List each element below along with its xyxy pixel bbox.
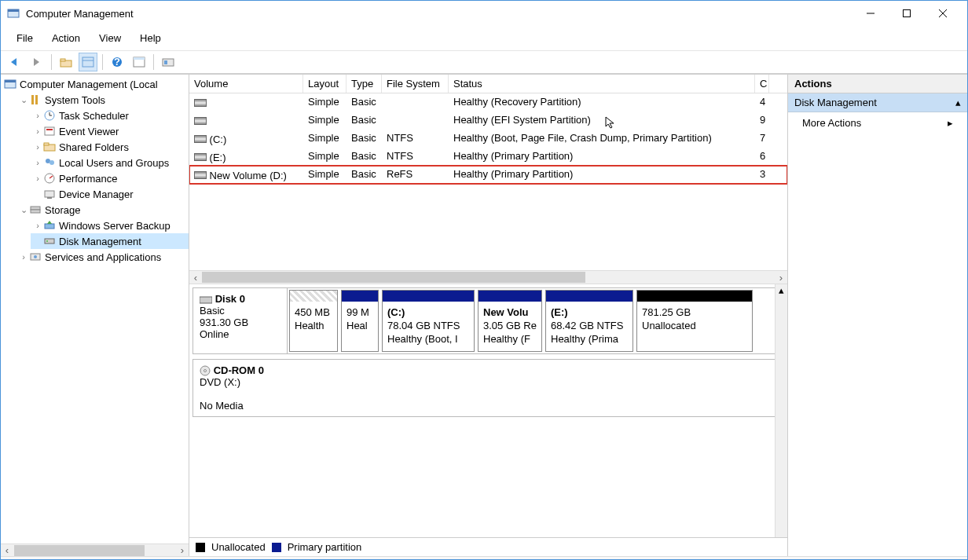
partition-unallocated[interactable]: 781.25 GBUnallocated bbox=[636, 290, 753, 352]
close-button[interactable] bbox=[925, 1, 961, 26]
partition-recovery[interactable]: 450 MBHealth bbox=[289, 290, 338, 352]
volume-row[interactable]: SimpleBasicHealthy (EFI System Partition… bbox=[189, 112, 787, 130]
svg-rect-32 bbox=[47, 197, 52, 199]
menu-action[interactable]: Action bbox=[44, 29, 88, 47]
svg-text:?: ? bbox=[114, 57, 120, 68]
svg-rect-23 bbox=[45, 127, 54, 135]
volume-horizontal-scrollbar[interactable]: ‹› bbox=[189, 270, 787, 284]
tree-device-manager[interactable]: Device Manager bbox=[31, 186, 189, 202]
svg-rect-26 bbox=[44, 143, 49, 145]
svg-rect-3 bbox=[904, 10, 911, 17]
cdrom-0-row[interactable]: CD-ROM 0 DVD (X:) No Media bbox=[192, 359, 784, 418]
svg-point-39 bbox=[34, 255, 37, 258]
svg-rect-7 bbox=[60, 59, 65, 61]
actions-section-disk-management[interactable]: Disk Management▴ bbox=[788, 93, 967, 112]
menu-help[interactable]: Help bbox=[132, 29, 169, 47]
tree-wsb[interactable]: ›Windows Server Backup bbox=[31, 218, 189, 233]
tree-services-apps[interactable]: ›Services and Applications bbox=[16, 249, 189, 265]
volume-row[interactable]: (E:)SimpleBasicNTFSHealthy (Primary Part… bbox=[189, 148, 787, 166]
legend: Unallocated Primary partition bbox=[189, 537, 787, 556]
svg-point-37 bbox=[46, 240, 48, 242]
actions-header: Actions bbox=[788, 75, 967, 93]
chevron-right-icon: ▸ bbox=[948, 117, 953, 129]
forward-button[interactable] bbox=[28, 53, 46, 71]
partition-e[interactable]: (E:)68.42 GB NTFSHealthy (Prima bbox=[545, 290, 633, 352]
volume-row[interactable]: New Volume (D:)SimpleBasicReFSHealthy (P… bbox=[189, 166, 787, 184]
app-icon bbox=[7, 7, 20, 20]
collapse-icon: ▴ bbox=[955, 97, 961, 108]
disk-0-name: Disk 0 bbox=[215, 293, 245, 305]
svg-rect-33 bbox=[31, 207, 40, 210]
refresh-button[interactable] bbox=[159, 53, 178, 71]
cdrom-name: CD-ROM 0 bbox=[214, 364, 264, 376]
up-button[interactable] bbox=[57, 53, 75, 71]
disk-0-row[interactable]: Disk 0 Basic 931.30 GB Online 450 MBHeal… bbox=[192, 287, 784, 354]
svg-point-42 bbox=[204, 370, 207, 372]
properties-button[interactable] bbox=[130, 53, 148, 71]
svg-rect-40 bbox=[200, 297, 212, 303]
tree-disk-management[interactable]: Disk Management bbox=[31, 233, 189, 249]
window-title: Computer Management bbox=[26, 8, 852, 20]
partition-c[interactable]: (C:)78.04 GB NTFSHealthy (Boot, I bbox=[382, 290, 475, 352]
svg-rect-1 bbox=[8, 9, 19, 12]
svg-rect-24 bbox=[46, 129, 53, 130]
svg-rect-8 bbox=[82, 57, 94, 67]
tree-storage[interactable]: ⌄Storage bbox=[16, 202, 189, 218]
svg-rect-31 bbox=[45, 191, 54, 197]
svg-rect-19 bbox=[35, 95, 38, 104]
svg-rect-13 bbox=[134, 57, 145, 60]
tree-performance[interactable]: ›Performance bbox=[31, 170, 189, 186]
menu-file[interactable]: File bbox=[9, 29, 41, 47]
help-button[interactable]: ? bbox=[108, 53, 126, 71]
tree-horizontal-scrollbar[interactable]: ‹› bbox=[1, 544, 189, 556]
tree-root[interactable]: Computer Management (Local bbox=[2, 76, 189, 92]
svg-rect-18 bbox=[31, 95, 34, 104]
cdrom-icon bbox=[200, 365, 211, 376]
partition-efi[interactable]: 99 MHeal bbox=[341, 290, 379, 352]
volume-table-header[interactable]: Volume Layout Type File System Status C bbox=[189, 75, 787, 93]
maximize-button[interactable] bbox=[889, 1, 925, 26]
svg-rect-36 bbox=[45, 239, 54, 243]
tree-shared-folders[interactable]: ›Shared Folders bbox=[31, 139, 189, 155]
volume-row[interactable]: SimpleBasicHealthy (Recovery Partition)4 bbox=[189, 93, 787, 112]
graphical-vertical-scrollbar[interactable]: ▴ bbox=[775, 284, 787, 537]
svg-rect-34 bbox=[31, 210, 40, 213]
tree-local-users[interactable]: ›Local Users and Groups bbox=[31, 155, 189, 170]
disk-icon bbox=[200, 295, 212, 305]
svg-point-28 bbox=[50, 160, 54, 165]
partition-d-new-volume[interactable]: New Volu3.05 GB ReHealthy (F bbox=[478, 290, 542, 352]
volume-row[interactable]: (C:)SimpleBasicNTFSHealthy (Boot, Page F… bbox=[189, 130, 787, 148]
minimize-button[interactable] bbox=[852, 1, 889, 26]
tree-event-viewer[interactable]: ›Event Viewer bbox=[31, 123, 189, 139]
svg-rect-35 bbox=[45, 224, 54, 229]
actions-more-actions[interactable]: More Actions▸ bbox=[788, 112, 967, 134]
view-list-button[interactable] bbox=[79, 53, 97, 71]
tree-system-tools[interactable]: ⌄System Tools bbox=[16, 92, 189, 108]
svg-rect-17 bbox=[5, 80, 16, 82]
svg-rect-15 bbox=[164, 60, 167, 64]
tree-task-scheduler[interactable]: ›Task Scheduler bbox=[31, 108, 189, 123]
menu-view[interactable]: View bbox=[91, 29, 129, 47]
back-button[interactable] bbox=[6, 53, 24, 71]
